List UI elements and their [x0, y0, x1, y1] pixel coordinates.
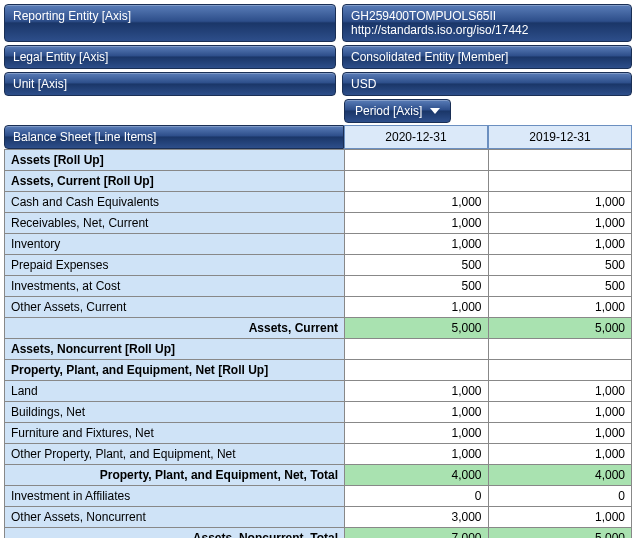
cell-value: 1,000: [345, 402, 489, 423]
cell-value: 500: [488, 255, 632, 276]
cell-value: 1,000: [488, 423, 632, 444]
cell-value: 1,000: [345, 192, 489, 213]
axis-label: Legal Entity [Axis]: [4, 45, 336, 69]
row-label: Property, Plant, and Equipment, Net [Rol…: [5, 360, 345, 381]
axis-unit: Unit [Axis] USD: [4, 72, 632, 96]
cell-value: 1,000: [488, 234, 632, 255]
table-row: Land1,0001,000: [5, 381, 632, 402]
cell-value: 1,000: [488, 297, 632, 318]
table-row: Assets, Noncurrent [Roll Up]: [5, 339, 632, 360]
table-row: Other Assets, Noncurrent3,0001,000: [5, 507, 632, 528]
cell-value: 1,000: [345, 297, 489, 318]
table-row: Assets [Roll Up]: [5, 150, 632, 171]
axis-value: USD: [342, 72, 632, 96]
table-row: Receivables, Net, Current1,0001,000: [5, 213, 632, 234]
table-row: Assets, Noncurrent, Total7,0005,000: [5, 528, 632, 539]
period-axis-label: Period [Axis]: [355, 104, 422, 118]
cell-value: 1,000: [345, 444, 489, 465]
table-row: Cash and Cash Equivalents1,0001,000: [5, 192, 632, 213]
axis-value: GH259400TOMPUOLS65II http://standards.is…: [342, 4, 632, 42]
cell-value: 500: [488, 276, 632, 297]
axis-label: Unit [Axis]: [4, 72, 336, 96]
cell-value: 1,000: [488, 402, 632, 423]
period-axis-dropdown[interactable]: Period [Axis]: [344, 99, 451, 123]
table-row: Other Assets, Current1,0001,000: [5, 297, 632, 318]
row-label: Cash and Cash Equivalents: [5, 192, 345, 213]
table-row: Investment in Affiliates00: [5, 486, 632, 507]
cell-value: [345, 171, 489, 192]
cell-value: 1,000: [345, 381, 489, 402]
cell-value: [488, 171, 632, 192]
table-row: Prepaid Expenses500500: [5, 255, 632, 276]
cell-value: 5,000: [345, 318, 489, 339]
row-label: Furniture and Fixtures, Net: [5, 423, 345, 444]
cell-value: [488, 150, 632, 171]
row-label: Assets, Current: [5, 318, 345, 339]
row-label: Buildings, Net: [5, 402, 345, 423]
cell-value: [345, 339, 489, 360]
cell-value: 500: [345, 276, 489, 297]
cell-value: [488, 339, 632, 360]
row-label: Investments, at Cost: [5, 276, 345, 297]
cell-value: 5,000: [488, 528, 632, 539]
cell-value: [488, 360, 632, 381]
cell-value: 1,000: [488, 213, 632, 234]
cell-value: 0: [345, 486, 489, 507]
cell-value: 1,000: [345, 213, 489, 234]
cell-value: 0: [488, 486, 632, 507]
cell-value: 1,000: [488, 507, 632, 528]
cell-value: 500: [345, 255, 489, 276]
row-label: Receivables, Net, Current: [5, 213, 345, 234]
row-label: Prepaid Expenses: [5, 255, 345, 276]
cell-value: 1,000: [345, 423, 489, 444]
axis-label: Reporting Entity [Axis]: [4, 4, 336, 42]
axis-value: Consolidated Entity [Member]: [342, 45, 632, 69]
row-label: Property, Plant, and Equipment, Net, Tot…: [5, 465, 345, 486]
row-label: Assets, Noncurrent, Total: [5, 528, 345, 539]
table-row: Property, Plant, and Equipment, Net, Tot…: [5, 465, 632, 486]
row-label: Investment in Affiliates: [5, 486, 345, 507]
table-row: Other Property, Plant, and Equipment, Ne…: [5, 444, 632, 465]
row-label: Other Assets, Noncurrent: [5, 507, 345, 528]
line-items-header: Balance Sheet [Line Items]: [4, 125, 344, 149]
balance-sheet-table: Assets [Roll Up] Assets, Current [Roll U…: [4, 149, 632, 538]
table-row: Furniture and Fixtures, Net1,0001,000: [5, 423, 632, 444]
table-row: Inventory1,0001,000: [5, 234, 632, 255]
period-col-1[interactable]: 2019-12-31: [488, 125, 632, 149]
cell-value: 4,000: [345, 465, 489, 486]
axis-legal-entity: Legal Entity [Axis] Consolidated Entity …: [4, 45, 632, 69]
table-row: Buildings, Net1,0001,000: [5, 402, 632, 423]
row-label: Other Property, Plant, and Equipment, Ne…: [5, 444, 345, 465]
row-label: Inventory: [5, 234, 345, 255]
cell-value: 5,000: [488, 318, 632, 339]
cell-value: 1,000: [488, 381, 632, 402]
column-header-row: Balance Sheet [Line Items] 2020-12-31 20…: [4, 125, 632, 149]
cell-value: [345, 150, 489, 171]
cell-value: 1,000: [345, 234, 489, 255]
row-label: Assets, Current [Roll Up]: [5, 171, 345, 192]
cell-value: 4,000: [488, 465, 632, 486]
period-col-0[interactable]: 2020-12-31: [344, 125, 488, 149]
table-row: Investments, at Cost500500: [5, 276, 632, 297]
cell-value: 7,000: [345, 528, 489, 539]
cell-value: 1,000: [488, 444, 632, 465]
chevron-down-icon: [430, 108, 440, 114]
cell-value: 3,000: [345, 507, 489, 528]
axis-reporting-entity: Reporting Entity [Axis] GH259400TOMPUOLS…: [4, 4, 632, 42]
cell-value: 1,000: [488, 192, 632, 213]
cell-value: [345, 360, 489, 381]
table-row: Assets, Current [Roll Up]: [5, 171, 632, 192]
table-row: Assets, Current5,0005,000: [5, 318, 632, 339]
row-label: Assets, Noncurrent [Roll Up]: [5, 339, 345, 360]
table-row: Property, Plant, and Equipment, Net [Rol…: [5, 360, 632, 381]
row-label: Land: [5, 381, 345, 402]
row-label: Other Assets, Current: [5, 297, 345, 318]
row-label: Assets [Roll Up]: [5, 150, 345, 171]
